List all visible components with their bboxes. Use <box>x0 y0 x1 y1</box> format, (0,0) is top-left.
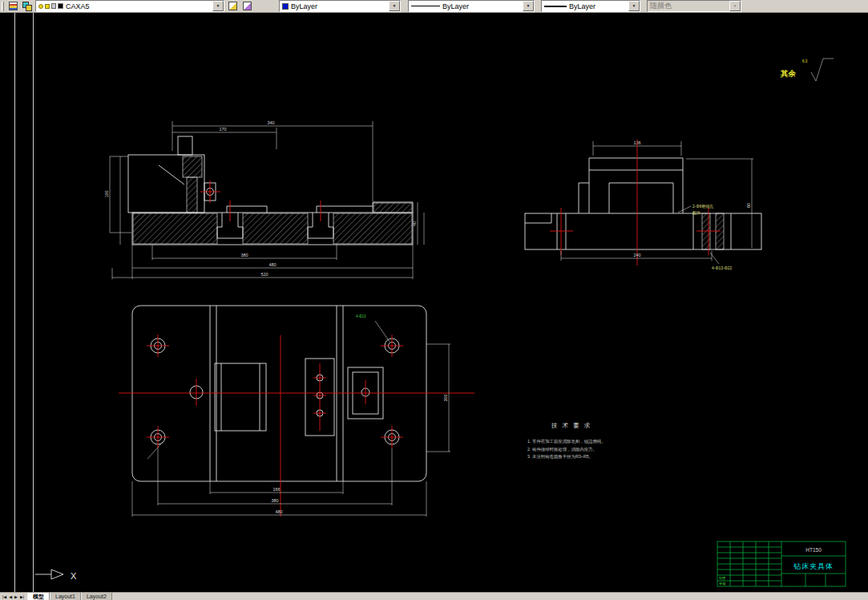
layer-current-value: CAXA5 <box>66 2 90 10</box>
first-tab-button[interactable]: |◀ <box>2 594 7 600</box>
title-block-row-label: 审核 <box>719 582 726 586</box>
last-tab-button[interactable]: ▶| <box>19 594 25 600</box>
layer-on-icon[interactable] <box>38 4 43 9</box>
tab-model[interactable]: 模型 <box>27 593 50 600</box>
surface-note-label: 其余 <box>780 69 797 78</box>
dimension-text: 240 <box>633 253 640 257</box>
prev-tab-button[interactable]: ◀ <box>8 594 13 600</box>
dimension-text: 60 <box>746 203 751 208</box>
dimension-text: 100 <box>104 190 109 197</box>
layers-dialog-button[interactable] <box>6 1 19 12</box>
drawing-svg: 其余 6.3 340 170 100 <box>0 13 868 592</box>
layer-dropdown[interactable]: CAXA5 ▼ <box>35 0 224 12</box>
surface-finish-icon <box>811 59 834 81</box>
tech-requirements-title: 技 术 要 求 <box>551 422 591 429</box>
title-block-row-label: 制图 <box>719 576 725 580</box>
layer-lock-icon[interactable] <box>51 3 56 9</box>
lineweight-current-value: ByLayer <box>569 2 595 10</box>
dropdown-arrow-icon[interactable]: ▼ <box>523 1 534 11</box>
tab-layout2[interactable]: Layout2 <box>81 593 112 600</box>
drawing-canvas[interactable]: 其余 6.3 340 170 100 <box>0 13 868 592</box>
surface-finish-note: 其余 6.3 <box>780 59 834 81</box>
layer-states-icon <box>22 2 32 11</box>
dimension-text: 300 <box>443 394 448 401</box>
linetype-current-value: ByLayer <box>442 2 469 10</box>
plot-style-current-value: 随颜色 <box>650 1 672 11</box>
surface-roughness-value: 6.3 <box>802 59 808 63</box>
dimension-text: 480 <box>268 262 276 267</box>
toolbar-grip[interactable] <box>2 2 4 11</box>
make-object-layer-current-button[interactable] <box>226 1 239 12</box>
layer-color-swatch <box>58 3 63 9</box>
cad-application-window: CAXA5 ▼ ByLayer ▼ ByLayer ▼ ByLayer ▼ 随颜… <box>0 0 868 600</box>
dropdown-arrow-icon[interactable]: ▼ <box>389 1 400 11</box>
dimension-text: 40 <box>412 221 417 226</box>
layer-states-button[interactable] <box>21 1 34 12</box>
leader-note: 4-Φ13-Φ22 <box>712 266 732 270</box>
dimension-text: 380 <box>271 498 278 503</box>
layer-thaw-icon[interactable] <box>45 4 50 9</box>
dimension-text: 170 <box>219 127 226 132</box>
tech-note-3: 3. 未注明铸造圆角半径为R3~R5。 <box>527 454 593 460</box>
plan-view: 300 4-Φ13 166 380 480 <box>119 306 474 517</box>
layout-tabbar: |◀ ◀ ▶ ▶| 模型 Layout1 Layout2 <box>0 592 868 600</box>
tech-note-1: 1. 零件在加工前应清除毛刺，锐边倒钝。 <box>527 439 606 444</box>
layer-previous-icon <box>243 2 252 10</box>
part-name: 钻床夹具体 <box>793 562 834 570</box>
next-tab-button[interactable]: ▶ <box>14 594 18 600</box>
lineweight-sample-icon <box>544 6 567 7</box>
leader-note: 配作 <box>692 210 701 216</box>
dropdown-arrow-icon: ▼ <box>729 1 741 11</box>
ucs-x-arrow-icon <box>51 570 63 579</box>
leader-note: 2-Φ6锥销孔 <box>692 204 713 209</box>
technical-requirements: 技 术 要 求 1. 零件在加工前应清除毛刺，锐边倒钝。 2. 铸件须经时效处理… <box>527 422 606 460</box>
color-current-value: ByLayer <box>291 2 317 10</box>
leader-note: 4-Φ13 <box>356 314 366 318</box>
tab-navigation: |◀ ◀ ▶ ▶| <box>0 594 27 600</box>
dimension-text: 380 <box>240 253 248 257</box>
dimension-text: 166 <box>273 487 280 492</box>
object-properties-toolbar: CAXA5 ▼ ByLayer ▼ ByLayer ▼ ByLayer ▼ 随颜… <box>0 0 868 13</box>
dropdown-arrow-icon[interactable]: ▼ <box>212 1 224 11</box>
dimension-text: 520 <box>260 272 268 277</box>
linetype-dropdown[interactable]: ByLayer ▼ <box>408 0 535 12</box>
sheet-border <box>15 13 34 592</box>
ucs-x-label: X <box>71 571 77 581</box>
current-color-swatch <box>282 3 289 10</box>
tab-layout1[interactable]: Layout1 <box>50 593 81 600</box>
layer-previous-button[interactable] <box>240 1 253 12</box>
ucs-icon: X <box>35 570 77 581</box>
dimension-text: 480 <box>275 509 282 514</box>
layers-icon <box>9 2 18 10</box>
dropdown-arrow-icon[interactable]: ▼ <box>628 1 640 11</box>
side-view: 136 <box>525 140 761 270</box>
make-object-layer-current-icon <box>228 2 237 10</box>
tech-note-2: 2. 铸件须经时效处理，消除内应力。 <box>527 447 597 452</box>
dimension-text: 340 <box>267 120 274 125</box>
linetype-sample-icon <box>411 6 440 6</box>
color-dropdown[interactable]: ByLayer ▼ <box>279 0 401 12</box>
material-value: HT150 <box>805 547 822 553</box>
front-section-view: 340 170 100 <box>104 120 424 279</box>
layer-status-icons <box>38 3 63 9</box>
title-block: HT150 钻床夹具体 制图 审核 <box>717 541 846 586</box>
lineweight-dropdown[interactable]: ByLayer ▼ <box>541 0 640 12</box>
plot-style-dropdown: 随颜色 ▼ <box>647 0 741 12</box>
